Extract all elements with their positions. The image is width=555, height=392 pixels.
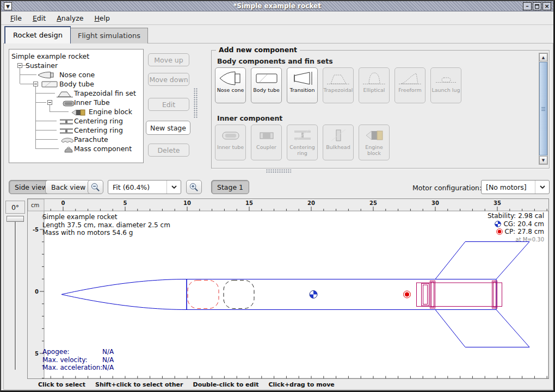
tree-line	[35, 93, 55, 94]
component-button-engine-block[interactable]: Engine block	[359, 125, 390, 160]
body-tube-icon	[254, 70, 279, 87]
svg-text:20: 20	[307, 200, 315, 206]
zoom-out-icon	[90, 182, 101, 192]
inner-components-row: Inner tube Coupler Centering ring Bulkhe…	[215, 125, 390, 160]
tree-item-trapezoidal-fin-set[interactable]: Trapezoidal fin set	[74, 89, 136, 98]
component-button-centering-ring[interactable]: Centering ring	[287, 125, 318, 160]
tree-item-rocket[interactable]: Simple example rocket	[11, 52, 89, 61]
rocket-view-canvas[interactable]: cm 05101520253035 -505	[27, 198, 549, 379]
minimize-button[interactable]: –	[523, 2, 532, 10]
expander-inner-tube[interactable]	[47, 100, 52, 105]
component-button-nose-cone[interactable]: Nose cone	[215, 67, 246, 103]
menu-help[interactable]: Help	[89, 13, 115, 24]
scroll-down-button[interactable]: ▼	[539, 156, 547, 164]
motor-configuration-combo[interactable]: [No motors]	[481, 180, 550, 194]
maximize-button[interactable]	[533, 2, 541, 10]
mach-note: at M=0.30	[488, 236, 544, 244]
freeform-fin-icon	[398, 70, 423, 87]
zoom-out-button[interactable]	[88, 180, 103, 194]
zoom-in-button[interactable]	[186, 180, 202, 194]
component-button-body-tube[interactable]: Body tube	[251, 67, 282, 103]
flight-info: Apogee:N/A Max. velocity:N/A Max. accele…	[42, 348, 114, 372]
cp-icon	[496, 228, 503, 235]
tree-item-centering-ring-2[interactable]: Centering ring	[74, 126, 123, 135]
coupler-icon	[254, 127, 279, 144]
tree-item-nose-cone[interactable]: Nose cone	[59, 70, 95, 79]
tree-item-mass-component[interactable]: Mass component	[74, 144, 132, 153]
cg-marker[interactable]	[310, 291, 317, 298]
component-button-bulkhead[interactable]: Bulkhead	[323, 125, 354, 160]
nose-cone-icon	[38, 71, 55, 79]
status-bar: Click to select Shift+click to select ot…	[38, 381, 335, 388]
body-tube-icon	[41, 80, 58, 88]
svg-text:10: 10	[183, 200, 191, 206]
zoom-level-combo[interactable]: Fit (60.4%)	[108, 180, 181, 194]
delete-button[interactable]: Delete	[148, 144, 189, 157]
component-button-transition[interactable]: Transition	[287, 67, 318, 103]
close-button[interactable]: ×	[542, 2, 551, 10]
tree-item-engine-block[interactable]: Engine block	[89, 107, 132, 116]
menu-edit[interactable]: Edit	[28, 13, 51, 24]
svg-text:5: 5	[35, 351, 39, 357]
tab-bar: Rocket design Flight simulations	[4, 26, 147, 43]
menu-bar: File Edit Analyze Help	[1, 11, 553, 25]
tree-item-inner-tube[interactable]: Inner Tube	[74, 98, 110, 107]
max-velocity-value: N/A	[102, 356, 114, 364]
expander-body-tube[interactable]	[33, 82, 38, 86]
vertical-splitter-handle[interactable]	[194, 88, 198, 118]
application-window: ▼ *Simple example rocket – × File Edit A…	[0, 0, 555, 392]
component-panel-scrollbar[interactable]: ▲ ▼	[539, 53, 548, 165]
component-button-inner-tube[interactable]: Inner tube	[215, 125, 246, 160]
tree-item-centering-ring-1[interactable]: Centering ring	[74, 116, 123, 126]
tree-item-parachute[interactable]: Parachute	[74, 135, 108, 144]
ruler-unit-label: cm	[31, 202, 39, 208]
rotation-angle-display[interactable]: 0°	[5, 201, 25, 214]
motor-configuration-label: Motor configuration:	[412, 184, 482, 192]
tree-item-body-tube[interactable]: Body tube	[59, 79, 94, 89]
component-button-trapezoidal[interactable]: Trapezoidal	[323, 67, 354, 103]
edit-button[interactable]: Edit	[148, 98, 189, 111]
component-button-label: Transition	[290, 88, 315, 94]
rocket-dimensions-line: Length 37.5 cm, max. diameter 2.5 cm	[42, 221, 170, 229]
horizontal-splitter-handle[interactable]	[266, 169, 291, 173]
move-up-button[interactable]: Move up	[148, 53, 189, 66]
component-button-label: Elliptical	[363, 88, 385, 94]
ruler-x-strip	[28, 199, 548, 211]
zoom-in-icon	[189, 182, 199, 192]
scroll-up-button[interactable]: ▲	[539, 53, 547, 61]
component-tree[interactable]: Simple example rocket Sustainer Nose con…	[9, 49, 144, 163]
stage-1-toggle[interactable]: Stage 1	[211, 180, 249, 194]
tab-flight-simulations[interactable]: Flight simulations	[70, 28, 148, 43]
component-button-freeform[interactable]: Freeform	[394, 67, 425, 103]
rotation-slider-track	[15, 220, 16, 370]
component-button-launch-lug[interactable]: Launch lug	[430, 67, 461, 103]
rocket-info-text: Simple example rocket Length 37.5 cm, ma…	[42, 213, 170, 237]
svg-text:35: 35	[494, 200, 501, 206]
component-button-elliptical[interactable]: Elliptical	[359, 67, 390, 103]
move-down-button[interactable]: Move down	[148, 73, 189, 86]
cp-value: 27.8 cm	[517, 228, 544, 236]
menu-file[interactable]: File	[5, 13, 27, 24]
stability-info: Stability:2.98 cal CG:20.4 cm CP:27.8 cm…	[488, 212, 544, 244]
back-view-button[interactable]: Back view	[45, 180, 91, 194]
component-button-coupler[interactable]: Coupler	[251, 125, 282, 160]
new-stage-button[interactable]: New stage	[146, 121, 190, 135]
scrollbar-thumb[interactable]	[539, 62, 547, 155]
svg-text:15: 15	[245, 200, 253, 206]
rotation-slider-handle[interactable]	[7, 216, 24, 222]
component-button-label: Trapezoidal	[324, 88, 353, 94]
menu-analyze[interactable]: Analyze	[52, 13, 88, 24]
title-bar[interactable]: ▼ *Simple example rocket – ×	[1, 1, 553, 11]
svg-text:25: 25	[369, 200, 377, 206]
expander-sustainer[interactable]	[17, 63, 22, 68]
component-button-label: Centering ring	[287, 145, 317, 157]
hint-shift-click: Shift+click to select other	[95, 381, 183, 388]
max-velocity-label: Max. velocity:	[42, 356, 102, 364]
transition-icon	[290, 70, 315, 87]
inner-tube-icon	[218, 127, 243, 144]
tab-rocket-design[interactable]: Rocket design	[4, 26, 71, 43]
engine-block-icon	[70, 109, 87, 116]
cg-icon	[495, 221, 501, 227]
tree-item-sustainer[interactable]: Sustainer	[26, 61, 58, 70]
svg-text:30: 30	[431, 200, 439, 206]
